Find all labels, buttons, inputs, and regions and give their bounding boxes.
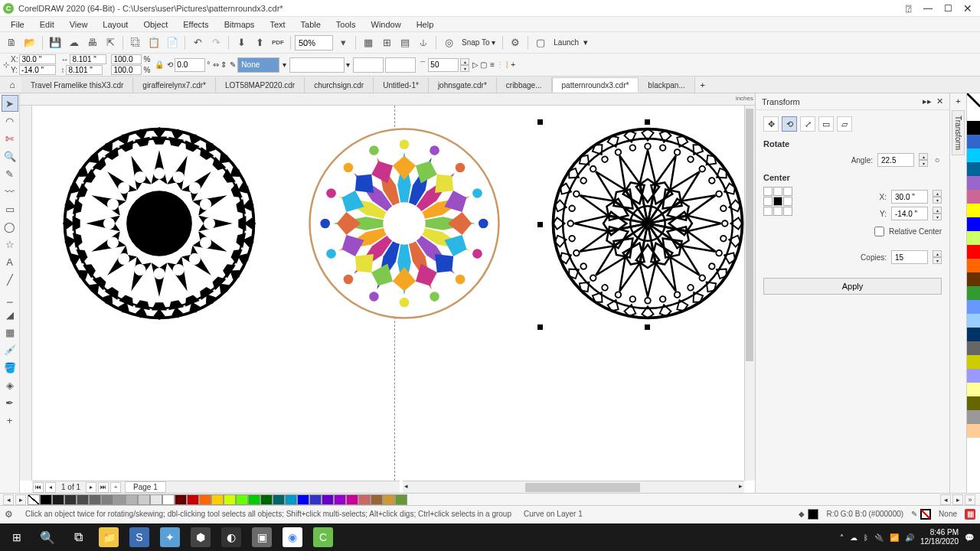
status-options-icon[interactable]: ⚙ (5, 509, 13, 520)
line-style-combo[interactable] (289, 57, 345, 73)
parallel-dim-icon[interactable]: ╱ (2, 271, 18, 288)
snap-to-label[interactable]: Snap To ▾ (459, 38, 498, 47)
spin-down-icon[interactable]: ▾ (460, 65, 469, 72)
color-swatch[interactable] (187, 494, 199, 505)
transform-size-icon[interactable]: ▭ (818, 116, 834, 132)
linestyle-caret-icon[interactable]: ▾ (346, 60, 350, 69)
mandala-black-filled[interactable] (63, 127, 256, 320)
tray-volume-icon[interactable]: 🔊 (905, 533, 914, 542)
doc-tab[interactable]: churchsign.cdr (305, 77, 374, 93)
cy-down-icon[interactable]: ▾ (933, 214, 942, 220)
zoom-level-input[interactable] (295, 35, 333, 51)
color-swatch[interactable] (346, 494, 358, 505)
copies-down-icon[interactable]: ▾ (933, 257, 942, 264)
color-swatch[interactable] (40, 494, 52, 505)
notifications-icon[interactable]: 💬 (965, 533, 974, 542)
menu-bitmaps[interactable]: Bitmaps (217, 18, 263, 31)
color-swatch[interactable] (967, 300, 980, 314)
color-swatch[interactable] (162, 494, 175, 505)
doc-tab[interactable]: LOT58MAP2020.cdr (216, 77, 305, 93)
color-swatch[interactable] (967, 314, 980, 328)
doc-tab[interactable]: johnsgate.cdr* (429, 77, 497, 93)
selection-handle[interactable] (645, 324, 650, 330)
transparency-icon[interactable]: ▦ (2, 324, 18, 341)
tray-onedrive-icon[interactable]: ☁ (850, 533, 858, 542)
taskbar-app-3[interactable]: ⬢ (185, 523, 216, 551)
transform-skew-icon[interactable]: ▱ (837, 116, 852, 132)
color-swatch[interactable] (371, 494, 383, 505)
color-swatch[interactable] (967, 328, 980, 341)
color-swatch[interactable] (967, 148, 980, 162)
convert-icon[interactable]: ⦚ (505, 60, 509, 69)
color-swatch[interactable] (175, 494, 187, 505)
pos-x-input[interactable] (19, 54, 56, 64)
angle-input[interactable] (877, 153, 914, 167)
cx-down-icon[interactable]: ▾ (933, 197, 942, 204)
minimize-button[interactable]: — (919, 2, 937, 15)
angle-down-icon[interactable]: ▾ (919, 160, 928, 167)
color-swatch[interactable] (967, 424, 980, 438)
help-context-icon[interactable]: ⍰ (899, 2, 917, 15)
scale-y-input[interactable] (111, 65, 142, 75)
mandala-colored[interactable] (308, 127, 501, 320)
undo-icon[interactable]: ↶ (189, 34, 206, 51)
doc-tab[interactable]: patternroundx3.cdr* (552, 77, 639, 93)
palette-menu-icon[interactable]: ▸ (15, 494, 26, 505)
menu-layout[interactable]: Layout (95, 18, 136, 31)
vertical-ruler[interactable] (20, 106, 32, 481)
import-icon[interactable]: ⬇ (233, 34, 250, 51)
crop-tool-icon[interactable]: ✄ (2, 130, 18, 147)
center-y-input[interactable] (891, 207, 928, 220)
tray-power-icon[interactable]: 🔌 (874, 533, 884, 542)
text-tool-icon[interactable]: A (2, 253, 18, 270)
color-swatch[interactable] (101, 494, 113, 505)
next-page-button[interactable]: ▸ (86, 482, 96, 493)
copies-input[interactable] (891, 250, 928, 264)
status-hints-icon[interactable]: ▦ (965, 509, 975, 520)
color-swatch[interactable] (395, 494, 407, 505)
transform-rotate-icon[interactable]: ⟲ (782, 116, 797, 132)
freehand-tool-icon[interactable]: ✎ (2, 165, 18, 182)
maximize-button[interactable]: ☐ (939, 2, 957, 15)
menu-help[interactable]: Help (409, 18, 442, 31)
transform-tab[interactable]: Transform (952, 110, 965, 155)
color-swatch[interactable] (967, 176, 980, 190)
color-swatch[interactable] (89, 494, 101, 505)
end-arrow-combo[interactable] (385, 57, 416, 73)
last-page-button[interactable]: ⏭ (98, 482, 109, 493)
menu-tools[interactable]: Tools (328, 18, 364, 31)
palette-prev-icon[interactable]: ◂ (3, 494, 14, 505)
shape-tool-icon[interactable]: ◠ (2, 112, 18, 129)
close-curve-icon[interactable]: ⌒ (419, 60, 426, 70)
launch-dropdown[interactable]: Launch (550, 38, 582, 47)
docker-close-icon[interactable]: ✕ (936, 96, 943, 106)
start-arrow-combo[interactable] (353, 57, 384, 73)
no-fill-swatch[interactable] (28, 494, 40, 505)
cy-up-icon[interactable]: ▴ (933, 207, 942, 214)
angle-up-icon[interactable]: ▴ (919, 153, 928, 160)
color-swatch[interactable] (236, 494, 248, 505)
color-swatch[interactable] (309, 494, 322, 505)
chrome-icon[interactable]: ◉ (277, 523, 308, 551)
color-swatch[interactable] (967, 341, 980, 355)
tray-bluetooth-icon[interactable]: ᛒ (864, 533, 868, 542)
drop-shadow-icon[interactable]: ◢ (2, 306, 18, 323)
menu-table[interactable]: Table (293, 18, 328, 31)
connector-icon[interactable]: ⎯ (2, 289, 18, 305)
add-page-button[interactable]: + (110, 482, 121, 493)
outline-width-combo[interactable]: None (237, 57, 279, 73)
color-swatch[interactable] (126, 494, 138, 505)
zoom-tool-icon[interactable]: 🔍 (2, 148, 18, 165)
paste-icon[interactable]: 📋 (145, 34, 162, 51)
order-icon[interactable]: ⋮ (496, 60, 504, 69)
selection-handle[interactable] (537, 324, 543, 330)
color-swatch[interactable] (138, 494, 150, 505)
menu-edit[interactable]: Edit (32, 18, 62, 31)
color-swatch[interactable] (967, 217, 980, 231)
color-swatch[interactable] (967, 190, 980, 204)
menu-window[interactable]: Window (364, 18, 409, 31)
fill-indicator-icon[interactable]: ◆ (799, 509, 818, 520)
save-icon[interactable]: 💾 (47, 34, 64, 51)
selection-handle[interactable] (537, 119, 543, 125)
color-swatch[interactable] (260, 494, 273, 505)
